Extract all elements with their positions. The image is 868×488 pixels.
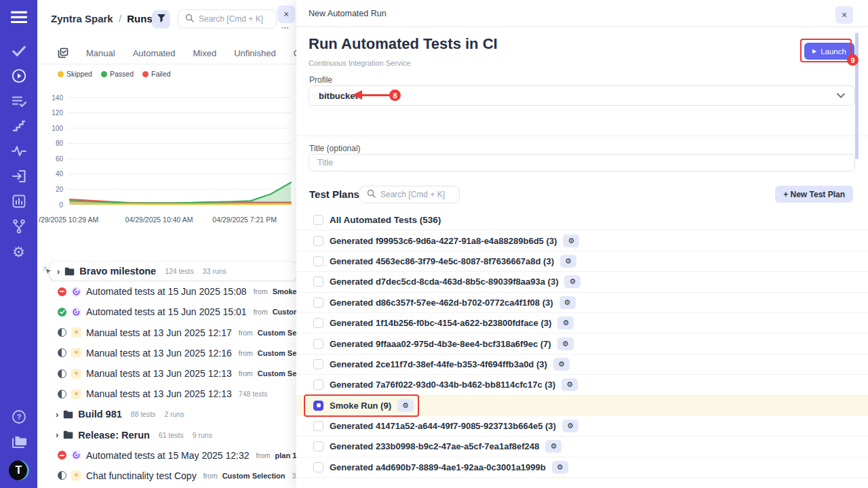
filter-button[interactable] <box>152 10 170 28</box>
plan-settings-button[interactable]: ⚙ <box>557 338 574 350</box>
checkbox[interactable] <box>313 339 323 349</box>
activity-icon[interactable] <box>9 142 28 160</box>
checkbox[interactable] <box>313 236 323 246</box>
test-plan-row[interactable]: Generated 1f14b256-f0bc-4154-a622-b23800… <box>296 313 868 333</box>
plan-settings-button[interactable]: ⚙ <box>552 461 568 474</box>
checkbox[interactable] <box>313 318 323 328</box>
runs-panel-close-button[interactable]: × <box>277 5 295 23</box>
tab-unfinished[interactable]: Unfinished <box>234 48 275 58</box>
svg-text:80: 80 <box>56 140 64 147</box>
run-group-row[interactable]: ›Bravo milestone124 tests33 runs <box>37 261 296 281</box>
check-icon[interactable] <box>9 42 28 60</box>
checkbox[interactable] <box>313 421 323 431</box>
plan-settings-button[interactable]: ⚙ <box>545 440 561 453</box>
branch-icon[interactable] <box>9 218 28 235</box>
test-plan-row[interactable]: Generated 2ce11f7d-38ef-44fe-b353-4f694f… <box>296 354 868 375</box>
checkbox[interactable] <box>313 359 323 369</box>
plan-settings-button[interactable]: ⚙ <box>397 399 414 412</box>
run-title: Manual tests at 13 Jun 2025 12:17 <box>86 327 232 338</box>
from-source[interactable]: Custom Selection <box>258 329 296 337</box>
plan-settings-button[interactable]: ⚙ <box>564 275 580 288</box>
runs-search[interactable] <box>178 9 277 28</box>
runs-search-input[interactable] <box>199 14 269 24</box>
run-row[interactable]: ✳Manual tests at 13 Jun 2025 12:17fromCu… <box>37 323 296 343</box>
run-group-row[interactable]: ›Release: Rerun61 tests9 runs <box>37 425 296 445</box>
menu-icon[interactable] <box>9 8 28 26</box>
chevron-right-icon[interactable]: › <box>56 430 58 439</box>
breadcrumb-separator: / <box>119 13 121 24</box>
help-icon[interactable]: ? <box>9 408 28 426</box>
chevron-right-icon[interactable]: › <box>57 267 60 276</box>
sidebar: ⚙?T <box>0 0 37 488</box>
test-plans-search[interactable] <box>359 186 460 203</box>
chevron-right-icon[interactable]: › <box>56 410 58 419</box>
from-source[interactable]: Smoke Run <box>273 287 296 296</box>
from-source[interactable]: Custom Selection <box>222 472 285 480</box>
run-row[interactable]: ✳Chat functinality test CopyfromCustom S… <box>37 466 296 486</box>
plan-settings-button[interactable]: ⚙ <box>553 358 570 371</box>
plan-settings-button[interactable]: ⚙ <box>563 235 579 247</box>
manual-run-icon: ✳ <box>71 348 81 358</box>
scrollbar-thumb[interactable] <box>855 33 859 159</box>
checkbox[interactable] <box>313 256 323 266</box>
tab-mixed[interactable]: Mixed <box>193 48 217 58</box>
run-row[interactable]: ✳Manual tests at 13 Jun 2025 12:13748 te… <box>37 384 296 404</box>
drawer-close-button[interactable]: × <box>835 6 853 24</box>
test-plan-row[interactable]: Generated 233b0998-b9c2-47ae-a5cf-7ea1af… <box>296 436 868 457</box>
plan-settings-button[interactable]: ⚙ <box>561 378 578 391</box>
run-row[interactable]: Automated tests at 15 Jun 2025 15:01from… <box>37 302 296 322</box>
test-plan-row[interactable]: Generated 4563ec86-3f79-4e5c-8087-8f7636… <box>296 251 868 272</box>
checkbox[interactable] <box>313 215 323 225</box>
checkbox[interactable] <box>313 277 323 287</box>
section-divider <box>296 136 868 136</box>
new-test-plan-button[interactable]: + New Test Plan <box>775 186 853 203</box>
plan-settings-button[interactable]: ⚙ <box>560 255 576 268</box>
funnel-icon <box>157 14 166 26</box>
projects-icon[interactable] <box>9 433 28 451</box>
from-source[interactable]: Custom Selection <box>273 308 296 316</box>
test-plan-row[interactable]: Generated d7dec5cd-8cda-463d-8b5c-89039f… <box>296 272 868 292</box>
test-plan-row[interactable]: Generated a4d690b7-8889-4ae1-92aa-0c3001… <box>296 458 868 478</box>
test-plan-row[interactable]: Generated d86c357f-57ee-462d-b702-0772ca… <box>296 293 868 313</box>
checkbox[interactable] <box>313 441 323 451</box>
run-row[interactable]: ✳Manual tests at 13 Jun 2025 12:16fromCu… <box>37 343 296 363</box>
test-plan-row[interactable]: Smoke Run (9)⚙ <box>296 396 868 416</box>
plan-settings-button[interactable]: ⚙ <box>557 317 574 329</box>
run-list-icon[interactable] <box>9 92 28 110</box>
breadcrumb-project[interactable]: Zyntra Spark <box>51 13 113 24</box>
checkbox[interactable] <box>313 298 323 308</box>
app-logo[interactable]: T <box>9 460 29 481</box>
test-plan-row[interactable]: Generated 41471a52-a644-49f7-9085-923713… <box>296 416 868 436</box>
run-title: Automated tests at 15 May 2025 12:32 <box>86 450 250 461</box>
steps-icon[interactable] <box>9 117 28 135</box>
run-group-card[interactable]: ›Bravo milestone124 tests33 runs <box>50 262 296 281</box>
test-plan-row[interactable]: Generated 9ffaaa02-975d-4b3e-8ee4-bcf318… <box>296 333 868 354</box>
plan-settings-button[interactable]: ⚙ <box>559 296 576 309</box>
from-source[interactable]: Custom Selection <box>258 369 296 378</box>
test-plan-row[interactable]: Generated f99953c6-9d6a-4227-91a8-e4a882… <box>296 230 868 251</box>
test-plan-row[interactable]: All Automated Tests (536) <box>296 210 868 230</box>
from-label: from <box>239 349 253 357</box>
run-row[interactable]: Automated tests at 15 May 2025 12:32from… <box>37 445 296 466</box>
folder-icon <box>64 267 75 276</box>
test-plan-row[interactable]: Generated 7a76f022-93d0-434b-b462-bb8114… <box>296 375 868 395</box>
run-group-row[interactable]: ›Build 98188 tests2 runs <box>37 404 296 424</box>
copy-check-icon[interactable] <box>58 47 68 58</box>
run-row[interactable]: ✳Manual tests at 13 Jun 2025 12:13fromCu… <box>37 363 296 384</box>
from-source[interactable]: plan 12 <box>275 451 297 460</box>
analytics-icon[interactable] <box>9 192 28 210</box>
checkbox-checked[interactable] <box>313 401 323 411</box>
tab-manual[interactable]: Manual <box>86 48 115 58</box>
plan-settings-button[interactable]: ⚙ <box>562 420 578 432</box>
x-tick-label: /29/2025 10:29 AM <box>39 216 98 224</box>
test-plans-search-input[interactable] <box>380 190 452 199</box>
checkbox[interactable] <box>313 380 323 390</box>
tab-automated[interactable]: Automated <box>133 48 176 58</box>
settings-icon[interactable]: ⚙ <box>9 243 28 260</box>
import-icon[interactable] <box>9 167 28 185</box>
play-circle-icon[interactable] <box>9 67 28 85</box>
run-row[interactable]: Automated tests at 15 Jun 2025 15:08from… <box>37 281 296 302</box>
title-input[interactable] <box>309 154 855 171</box>
from-source[interactable]: Custom Selection <box>258 349 296 357</box>
checkbox[interactable] <box>313 462 323 472</box>
